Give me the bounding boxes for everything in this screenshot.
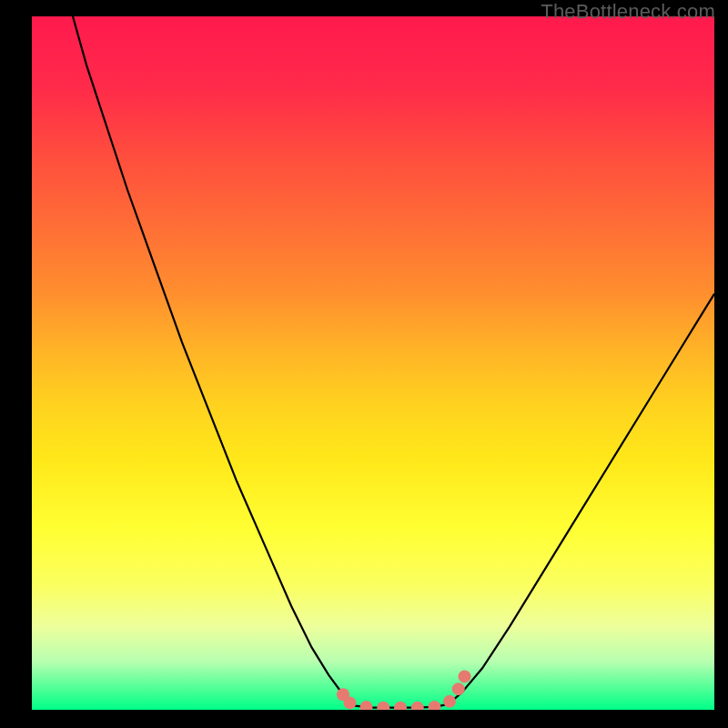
curve-svg	[32, 16, 714, 710]
marker-dot	[360, 701, 373, 710]
bottleneck-curve	[73, 16, 714, 708]
plot-area	[32, 16, 714, 710]
marker-dot	[429, 701, 441, 710]
marker-dot	[452, 682, 465, 695]
chart-frame: TheBottleneck.com	[0, 0, 728, 728]
watermark-text: TheBottleneck.com	[541, 0, 715, 24]
markers-group	[337, 670, 471, 710]
marker-dot	[459, 670, 471, 682]
marker-dot	[344, 696, 357, 709]
marker-dot	[394, 702, 407, 710]
marker-dot	[443, 695, 456, 708]
marker-dot	[377, 702, 389, 710]
marker-dot	[411, 702, 424, 710]
